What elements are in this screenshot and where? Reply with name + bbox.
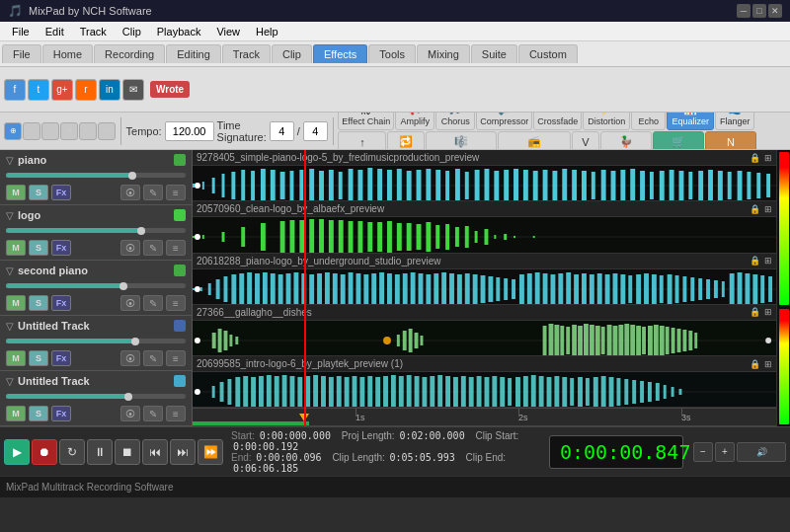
loop-button[interactable]: ↻ (59, 439, 85, 465)
tab-track[interactable]: Track (222, 44, 271, 63)
timeline-ruler[interactable]: 1s 2s 3s (193, 408, 776, 426)
mute-btn-piano[interactable]: M (6, 185, 26, 200)
waveform-logo[interactable] (193, 217, 776, 253)
expand-icon-second[interactable]: ⊞ (764, 256, 772, 266)
small-icon-2[interactable]: ✂ (23, 122, 40, 140)
zoom-minus[interactable]: − (693, 442, 713, 462)
small-icon-3[interactable]: ⬦ (41, 122, 59, 140)
menu-btn-piano[interactable]: ≡ (166, 185, 186, 200)
expand-icon-untitled1[interactable]: ⊞ (764, 307, 772, 317)
tab-file[interactable]: File (2, 44, 41, 63)
menu-item-help[interactable]: Help (248, 24, 286, 39)
settings-btn-logo[interactable]: ✎ (143, 240, 163, 256)
toolbar-icon-3[interactable]: g+ (51, 79, 73, 101)
play-button[interactable]: ▶ (4, 439, 30, 465)
waveform-second[interactable] (193, 269, 776, 305)
track-lane-untitled1[interactable]: 27366__gallagho__dishes 🔒 ⊞ (193, 305, 776, 356)
mute-btn-logo[interactable]: M (6, 240, 26, 256)
track-collapse-second[interactable]: ▽ (6, 266, 14, 276)
arm-btn-second[interactable]: ⦿ (120, 295, 140, 311)
mute-btn-untitled2[interactable]: M (6, 406, 26, 421)
small-icon-1[interactable]: ⊕ (4, 122, 22, 140)
zoom-plus[interactable]: + (715, 442, 735, 462)
track-collapse-logo[interactable]: ▽ (6, 210, 14, 221)
settings-btn-piano[interactable]: ✎ (143, 185, 163, 200)
autoduck-btn[interactable]: 🦆Auto Duck (600, 131, 652, 150)
track-volume-second[interactable] (6, 283, 186, 288)
tab-recording[interactable]: Recording (94, 44, 165, 63)
chorus-btn[interactable]: 🎵Chorus (435, 113, 475, 130)
tab-clip[interactable]: Clip (272, 44, 312, 63)
settings-btn-untitled1[interactable]: ✎ (143, 350, 163, 366)
record-button[interactable]: ⏺ (32, 439, 57, 465)
menu-item-edit[interactable]: Edit (38, 24, 72, 39)
compressor-btn[interactable]: 🔊Compressor (476, 113, 532, 130)
small-icon-4[interactable]: ✏ (60, 122, 78, 140)
tab-editing[interactable]: Editing (166, 44, 221, 63)
expand-icon-piano[interactable]: ⊞ (764, 153, 772, 163)
track-volume-logo[interactable] (6, 228, 186, 233)
surround-btn[interactable]: 📻Surround Sound (498, 131, 571, 150)
track-volume-untitled2[interactable] (6, 394, 186, 399)
crossfade-btn[interactable]: ↔Crossfade (533, 113, 582, 130)
equalizer-btn[interactable]: 📊Equalizer (667, 113, 714, 130)
minimize-button[interactable]: ─ (737, 4, 750, 18)
settings-btn-untitled2[interactable]: ✎ (143, 406, 163, 421)
settings-btn-second[interactable]: ✎ (143, 295, 163, 311)
track-volume-untitled1[interactable] (6, 339, 186, 343)
track-collapse-untitled1[interactable]: ▽ (6, 321, 14, 332)
time-sig-num[interactable] (270, 121, 294, 141)
solo-btn-logo[interactable]: S (29, 240, 48, 256)
tempo-input[interactable] (165, 121, 214, 141)
waveform-piano[interactable] (193, 166, 776, 201)
waveform-untitled1[interactable] (193, 321, 776, 356)
flanger-btn[interactable]: 🌊Flanger (715, 113, 754, 130)
track-collapse-untitled2[interactable]: ▽ (6, 376, 14, 387)
tab-effects[interactable]: Effects (313, 44, 367, 63)
tab-home[interactable]: Home (42, 44, 93, 63)
amplify-btn[interactable]: 📢Amplify (395, 113, 434, 130)
waveform-untitled2[interactable] (193, 372, 776, 408)
track-collapse-piano[interactable]: ▽ (6, 155, 14, 166)
tab-mixing[interactable]: Mixing (417, 44, 470, 63)
tab-custom[interactable]: Custom (518, 44, 578, 63)
track-lane-second[interactable]: 20618288_piano-logo_by_underground_studi… (193, 254, 776, 305)
skip-end-button[interactable]: ⏭ (170, 439, 196, 465)
menu-btn-untitled2[interactable]: ≡ (166, 406, 186, 421)
menu-item-playback[interactable]: Playback (149, 24, 209, 39)
small-icon-6[interactable]: ↪ (98, 122, 116, 140)
highpass-btn[interactable]: ↑High Pass (338, 131, 386, 150)
toolbar-icon-1[interactable]: f (4, 79, 26, 101)
tab-suite[interactable]: Suite (471, 44, 517, 63)
small-icon-5[interactable]: ↩ (79, 122, 97, 140)
arm-btn-piano[interactable]: ⦿ (120, 185, 140, 200)
solo-btn-untitled1[interactable]: S (29, 350, 48, 366)
effect-chain-btn[interactable]: ⛓Effect Chain (338, 113, 394, 130)
volume-ctrl[interactable]: 🔊 (737, 442, 786, 462)
reverb-btn[interactable]: 🔁Reverb (387, 131, 425, 150)
arm-btn-logo[interactable]: ⦿ (120, 240, 140, 256)
menu-btn-logo[interactable]: ≡ (166, 240, 186, 256)
mute-btn-untitled1[interactable]: M (6, 350, 26, 366)
toolbar-icon-5[interactable]: in (99, 79, 120, 101)
fx-btn-untitled2[interactable]: Fx (51, 406, 71, 421)
menu-item-file[interactable]: File (4, 24, 38, 39)
forward-button[interactable]: ⏩ (198, 439, 223, 465)
solo-btn-piano[interactable]: S (29, 185, 48, 200)
pause-button[interactable]: ⏸ (87, 439, 113, 465)
toolbar-icon-6[interactable]: ✉ (122, 79, 144, 101)
time-sig-den[interactable] (303, 121, 328, 141)
fx-btn-untitled1[interactable]: Fx (51, 350, 71, 366)
solo-btn-second[interactable]: S (29, 295, 48, 311)
menu-item-view[interactable]: View (208, 24, 248, 39)
maximize-button[interactable]: □ (752, 4, 766, 18)
skip-start-button[interactable]: ⏮ (142, 439, 168, 465)
fx-btn-logo[interactable]: Fx (51, 240, 71, 256)
menu-btn-second[interactable]: ≡ (166, 295, 186, 311)
fx-btn-piano[interactable]: Fx (51, 185, 71, 200)
stop-button[interactable]: ⏹ (115, 439, 140, 465)
pitch-btn[interactable]: 🎼Pitch Correction (426, 131, 497, 150)
arm-btn-untitled2[interactable]: ⦿ (120, 406, 140, 421)
distortion-btn[interactable]: ⚡Distortion (583, 113, 630, 130)
track-lane-piano[interactable]: 9278405_simple-piano-logo-5_by_fredimusi… (193, 150, 776, 201)
